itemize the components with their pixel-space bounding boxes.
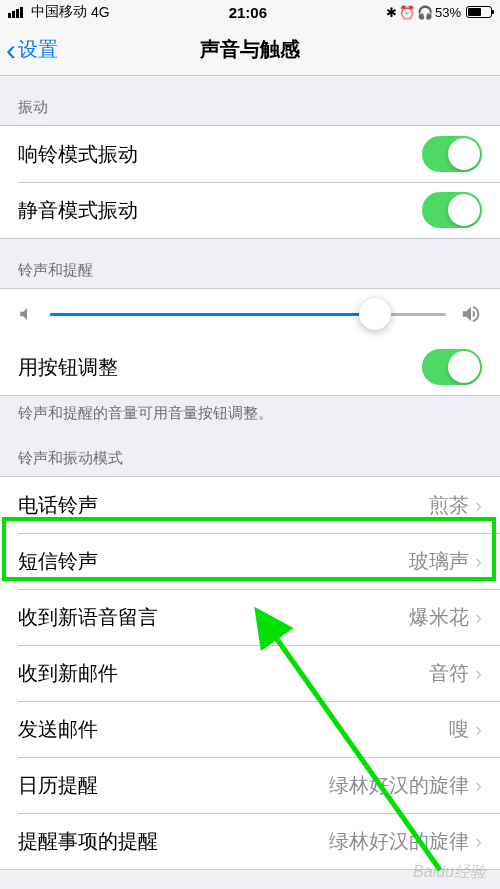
- chevron-right-icon: ›: [475, 830, 482, 853]
- toggle-change-with-buttons[interactable]: [422, 349, 482, 385]
- row-new-voicemail[interactable]: 收到新语音留言 爆米花 ›: [0, 589, 500, 645]
- row-new-mail[interactable]: 收到新邮件 音符 ›: [0, 645, 500, 701]
- page-title: 声音与触感: [200, 36, 300, 63]
- network-label: 4G: [91, 4, 110, 20]
- volume-slider[interactable]: [50, 313, 446, 316]
- back-button[interactable]: ‹ 设置: [0, 35, 58, 65]
- row-label: 短信铃声: [18, 548, 409, 575]
- chevron-right-icon: ›: [475, 774, 482, 797]
- toggle-vibrate-on-ring[interactable]: [422, 136, 482, 172]
- status-time: 21:06: [110, 4, 386, 21]
- row-text-tone[interactable]: 短信铃声 玻璃声 ›: [0, 533, 500, 589]
- row-sent-mail[interactable]: 发送邮件 嗖 ›: [0, 701, 500, 757]
- row-label: 用按钮调整: [18, 354, 422, 381]
- settings-scroll[interactable]: 振动 响铃模式振动 静音模式振动 铃声和提醒 用按钮调整 铃声和提醒的音量可用音…: [0, 76, 500, 889]
- chevron-right-icon: ›: [475, 606, 482, 629]
- row-label: 收到新语音留言: [18, 604, 409, 631]
- row-label: 电话铃声: [18, 492, 429, 519]
- battery-icon: [466, 6, 492, 18]
- section-header-ringer: 铃声和提醒: [0, 239, 500, 288]
- back-label: 设置: [18, 36, 58, 63]
- row-calendar-alerts[interactable]: 日历提醒 绿林好汉的旋律 ›: [0, 757, 500, 813]
- row-label: 静音模式振动: [18, 197, 422, 224]
- row-ringtone[interactable]: 电话铃声 煎茶 ›: [0, 477, 500, 533]
- slider-thumb[interactable]: [359, 298, 391, 330]
- volume-low-icon: [18, 305, 36, 323]
- row-vibrate-on-silent: 静音模式振动: [0, 182, 500, 238]
- chevron-right-icon: ›: [475, 718, 482, 741]
- row-reminder-alerts[interactable]: 提醒事项的提醒 绿林好汉的旋律 ›: [0, 813, 500, 869]
- section-header-patterns: 铃声和振动模式: [0, 427, 500, 476]
- row-value: 绿林好汉的旋律: [329, 828, 469, 855]
- battery-percent: 53%: [435, 5, 461, 20]
- row-label: 收到新邮件: [18, 660, 429, 687]
- row-value: 嗖: [449, 716, 469, 743]
- chevron-right-icon: ›: [475, 550, 482, 573]
- row-vibrate-on-ring: 响铃模式振动: [0, 126, 500, 182]
- carrier-label: 中国移动: [31, 3, 87, 21]
- row-label: 日历提醒: [18, 772, 329, 799]
- row-value: 绿林好汉的旋律: [329, 772, 469, 799]
- headphones-icon: 🎧: [417, 5, 433, 20]
- row-label: 提醒事项的提醒: [18, 828, 329, 855]
- row-value: 爆米花: [409, 604, 469, 631]
- status-bar: 中国移动 4G 21:06 ✱ ⏰ 🎧 53%: [0, 0, 500, 24]
- section-header-vibrate: 振动: [0, 76, 500, 125]
- row-volume-slider: [0, 289, 500, 339]
- row-value: 煎茶: [429, 492, 469, 519]
- chevron-left-icon: ‹: [6, 35, 16, 65]
- alarm-icon: ⏰: [399, 5, 415, 20]
- row-label: 发送邮件: [18, 716, 449, 743]
- toggle-vibrate-on-silent[interactable]: [422, 192, 482, 228]
- row-value: 音符: [429, 660, 469, 687]
- do-not-disturb-icon: ✱: [386, 5, 397, 20]
- row-label: 响铃模式振动: [18, 141, 422, 168]
- row-value: 玻璃声: [409, 548, 469, 575]
- volume-high-icon: [460, 303, 482, 325]
- signal-bars-icon: [8, 7, 23, 18]
- section-footer-ringer: 铃声和提醒的音量可用音量按钮调整。: [0, 396, 500, 427]
- nav-bar: ‹ 设置 声音与触感: [0, 24, 500, 76]
- chevron-right-icon: ›: [475, 662, 482, 685]
- chevron-right-icon: ›: [475, 494, 482, 517]
- row-change-with-buttons: 用按钮调整: [0, 339, 500, 395]
